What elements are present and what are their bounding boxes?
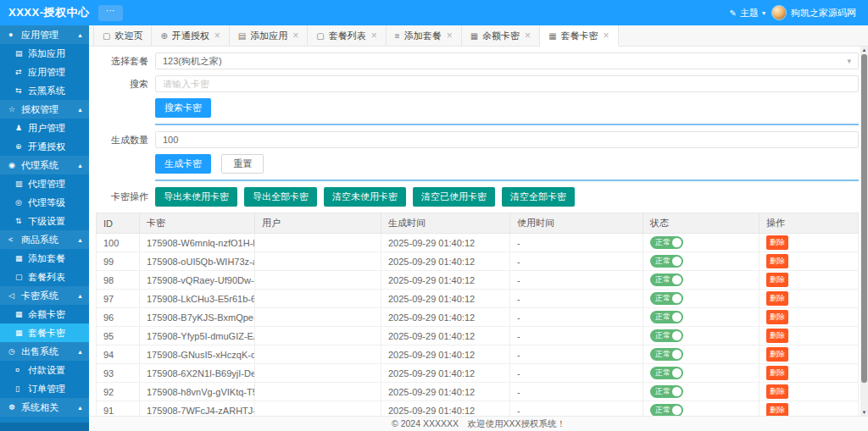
sidebar-section-app-manage[interactable]: ●应用管理▲: [0, 25, 89, 44]
sidebar-item-app-list[interactable]: ⇄应用管理: [0, 63, 89, 81]
tab-open-auth[interactable]: ⊕开通授权×: [152, 25, 229, 46]
sidebar: ●应用管理▲▤添加应用⇄应用管理⇆云黑系统☆授权管理▲♟用户管理⊕开通授权◉代理…: [0, 25, 89, 431]
toggle-knob: [672, 312, 682, 322]
cell-created: 2025-09-29 01:40:12: [381, 364, 510, 383]
sidebar-item-add-package[interactable]: ▦添加套餐: [0, 249, 89, 268]
cell-user: [255, 271, 381, 290]
main-area: ▢欢迎页⊕开通授权×▤添加应用×▢套餐列表×≡添加套餐×▦余额卡密×▦套餐卡密×…: [89, 25, 868, 431]
tab-balance-card[interactable]: ▦余额卡密×: [462, 25, 540, 46]
cell-status: 正常: [643, 271, 760, 290]
search-card-button[interactable]: 搜索卡密: [155, 98, 211, 118]
tab-package-card[interactable]: ▦套餐卡密×: [540, 25, 618, 46]
sidebar-item-agent-manage[interactable]: ▥代理管理: [0, 174, 89, 193]
reset-button[interactable]: 重置: [221, 154, 264, 174]
cell-used: -: [510, 364, 643, 383]
sidebar-section-agent-system[interactable]: ◉代理系统▲: [0, 156, 89, 174]
tab-package-list[interactable]: ▢套餐列表×: [308, 25, 386, 46]
status-label: 正常: [655, 405, 670, 416]
theme-menu[interactable]: ✎ 主题 ▾: [730, 7, 765, 19]
sidebar-item-balance-card[interactable]: ▦余额卡密: [0, 305, 89, 323]
close-icon[interactable]: ×: [447, 30, 453, 41]
sidebar-item-add-app[interactable]: ▤添加应用: [0, 44, 89, 63]
scroll-up-icon[interactable]: ▲: [862, 47, 867, 53]
status-toggle[interactable]: 正常: [650, 329, 683, 342]
status-toggle[interactable]: 正常: [650, 348, 683, 361]
sidebar-section-auth-manage[interactable]: ☆授权管理▲: [0, 100, 89, 119]
sidebar-bottom-strip: [0, 423, 89, 431]
sidebar-item-payment-settings[interactable]: ¤付款设置: [0, 361, 89, 379]
sidebar-section-card-system[interactable]: ◁卡密系统▲: [0, 286, 89, 305]
delete-button[interactable]: 删除: [766, 347, 788, 362]
list-icon: ≡: [395, 31, 400, 41]
sidebar-toggle-button[interactable]: ···: [98, 5, 123, 21]
status-toggle[interactable]: 正常: [650, 367, 683, 379]
window-icon: ▢: [103, 31, 110, 41]
sidebar-section-sale-system[interactable]: ◷出售系统▲: [0, 342, 89, 361]
section-divider: [155, 124, 859, 125]
sidebar-section-system-related[interactable]: ☸系统相关▲: [0, 398, 89, 417]
delete-button[interactable]: 删除: [766, 366, 788, 380]
ops-button-clear-all[interactable]: 清空全部卡密: [502, 187, 575, 207]
cell-created: 2025-09-29 01:40:12: [381, 401, 510, 417]
sidebar-item-cloud-blacklist[interactable]: ⇆云黑系统: [0, 81, 89, 100]
generate-card-button[interactable]: 生成卡密: [155, 154, 211, 174]
delete-button[interactable]: 删除: [766, 403, 788, 416]
status-toggle[interactable]: 正常: [650, 255, 683, 268]
close-icon[interactable]: ×: [371, 30, 377, 41]
toggle-knob: [672, 368, 682, 378]
cell-created: 2025-09-29 01:40:12: [381, 327, 510, 345]
sidebar-item-label: 出售系统: [21, 345, 58, 358]
status-label: 正常: [655, 237, 670, 248]
column-header: ID: [97, 213, 140, 234]
ops-button-clear-unused[interactable]: 清空未使用卡密: [324, 187, 406, 207]
cell-user: [255, 345, 381, 364]
status-toggle[interactable]: 正常: [650, 404, 683, 416]
tab-add-app[interactable]: ▤添加应用×: [230, 25, 308, 46]
cell-id: 93: [97, 364, 140, 383]
sidebar-item-user-manage[interactable]: ♟用户管理: [0, 119, 89, 137]
close-icon[interactable]: ×: [604, 30, 609, 41]
tab-welcome[interactable]: ▢欢迎页: [93, 25, 152, 46]
vertical-scrollbar-thumb[interactable]: [861, 54, 867, 383]
cell-used: -: [510, 308, 643, 327]
delete-button[interactable]: 删除: [766, 384, 788, 399]
status-toggle[interactable]: 正常: [650, 236, 683, 249]
close-icon[interactable]: ×: [525, 30, 531, 41]
sidebar-item-order-manage[interactable]: ▯订单管理: [0, 379, 89, 398]
delete-button[interactable]: 删除: [766, 273, 788, 287]
delete-button[interactable]: 删除: [766, 235, 788, 250]
sidebar-item-agent-level[interactable]: ◎代理等级: [0, 193, 89, 212]
app-manage-icon: ●: [8, 30, 21, 39]
status-toggle[interactable]: 正常: [650, 274, 683, 286]
status-toggle[interactable]: 正常: [650, 311, 683, 323]
collapse-arrow-icon: ▲: [77, 107, 83, 113]
sidebar-item-subordinate-settings[interactable]: ⇅下级设置: [0, 212, 89, 230]
sidebar-item-package-list[interactable]: ▢套餐列表: [0, 268, 89, 286]
close-icon[interactable]: ×: [214, 30, 220, 41]
ops-button-clear-used[interactable]: 清空已使用卡密: [413, 187, 495, 207]
user-menu[interactable]: 狗凯之家源码网: [771, 5, 856, 20]
delete-button[interactable]: 删除: [766, 291, 788, 306]
toggle-knob: [672, 238, 682, 247]
ops-button-export-all[interactable]: 导出全部卡密: [244, 187, 317, 207]
delete-button[interactable]: 删除: [766, 254, 788, 268]
status-toggle[interactable]: 正常: [650, 292, 683, 305]
package-select[interactable]: 123(狗机之家) ▾: [155, 52, 859, 69]
send-icon: ◁: [8, 291, 21, 300]
search-input[interactable]: [155, 75, 859, 92]
status-toggle[interactable]: 正常: [650, 385, 683, 398]
delete-button[interactable]: 删除: [766, 310, 788, 324]
sidebar-item-label: 套餐列表: [28, 271, 65, 284]
generate-count-input[interactable]: [155, 131, 859, 148]
scroll-down-icon[interactable]: ▼: [862, 409, 867, 416]
cell-created: 2025-09-29 01:40:12: [381, 345, 510, 364]
table-row: 92175908-h8vnVg-gVIKtq-T5fRVU-D0z...2025…: [97, 383, 859, 401]
sidebar-item-package-card[interactable]: ▦套餐卡密: [0, 323, 89, 342]
tab-add-package[interactable]: ≡添加套餐×: [387, 25, 462, 46]
sidebar-section-goods-system[interactable]: <商品系统▲: [0, 230, 89, 249]
sidebar-item-open-auth[interactable]: ⊕开通授权: [0, 137, 89, 156]
close-icon[interactable]: ×: [292, 30, 298, 41]
ops-button-export-unused[interactable]: 导出未使用卡密: [155, 187, 237, 207]
delete-button[interactable]: 删除: [766, 329, 788, 343]
app-list-icon: ⇄: [15, 68, 28, 76]
